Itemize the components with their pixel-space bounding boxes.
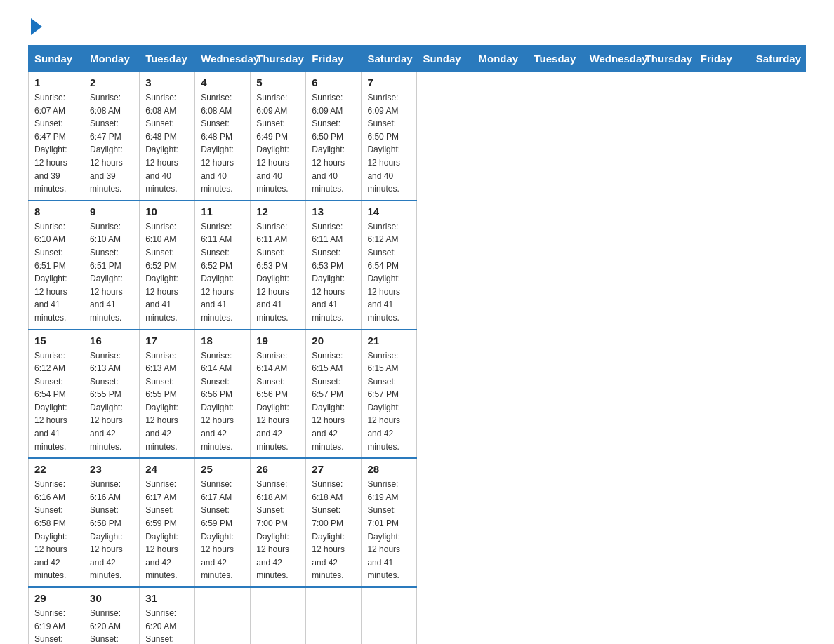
day-info: Sunrise: 6:18 AMSunset: 7:00 PMDaylight:…: [312, 478, 355, 582]
day-info: Sunrise: 6:17 AMSunset: 6:59 PMDaylight:…: [145, 478, 189, 582]
table-row: 12 Sunrise: 6:11 AMSunset: 6:53 PMDaylig…: [251, 201, 306, 330]
day-info: Sunrise: 6:11 AMSunset: 6:53 PMDaylight:…: [256, 220, 300, 325]
day-info: Sunrise: 6:07 AMSunset: 6:47 PMDaylight:…: [34, 91, 78, 196]
day-number: 22: [34, 463, 78, 475]
day-info: Sunrise: 6:16 AMSunset: 6:58 PMDaylight:…: [34, 478, 78, 582]
calendar-header-sunday: Sunday: [417, 46, 472, 72]
table-row: [306, 587, 362, 644]
day-number: 18: [201, 335, 244, 347]
calendar-header-saturday: Saturday: [362, 46, 417, 72]
day-info: Sunrise: 6:19 AMSunset: 7:01 PMDaylight:…: [34, 607, 78, 644]
day-number: 24: [145, 463, 189, 475]
table-row: 27 Sunrise: 6:18 AMSunset: 7:00 PMDaylig…: [306, 458, 362, 587]
day-number: 13: [312, 206, 355, 217]
day-info: Sunrise: 6:14 AMSunset: 6:56 PMDaylight:…: [256, 349, 300, 454]
day-number: 15: [34, 335, 78, 347]
day-number: 7: [367, 76, 411, 88]
calendar-header-tuesday: Tuesday: [140, 46, 195, 72]
day-number: 4: [201, 76, 244, 88]
table-row: 26 Sunrise: 6:18 AMSunset: 7:00 PMDaylig…: [251, 458, 306, 587]
day-number: 21: [367, 335, 411, 347]
day-number: 28: [367, 463, 411, 475]
table-row: 4 Sunrise: 6:08 AMSunset: 6:48 PMDayligh…: [195, 72, 251, 201]
day-info: Sunrise: 6:17 AMSunset: 6:59 PMDaylight:…: [201, 478, 244, 582]
table-row: 6 Sunrise: 6:09 AMSunset: 6:50 PMDayligh…: [306, 72, 362, 201]
table-row: 10 Sunrise: 6:10 AMSunset: 6:52 PMDaylig…: [140, 201, 195, 330]
day-number: 26: [256, 463, 300, 475]
day-number: 1: [34, 76, 78, 88]
table-row: 9 Sunrise: 6:10 AMSunset: 6:51 PMDayligh…: [84, 201, 140, 330]
table-row: 16 Sunrise: 6:13 AMSunset: 6:55 PMDaylig…: [84, 330, 140, 459]
day-info: Sunrise: 6:10 AMSunset: 6:52 PMDaylight:…: [145, 220, 189, 325]
day-info: Sunrise: 6:13 AMSunset: 6:55 PMDaylight:…: [90, 349, 133, 454]
day-number: 10: [145, 206, 189, 217]
table-row: 19 Sunrise: 6:14 AMSunset: 6:56 PMDaylig…: [251, 330, 306, 459]
table-row: 2 Sunrise: 6:08 AMSunset: 6:47 PMDayligh…: [84, 72, 140, 201]
calendar-header-thursday: Thursday: [639, 46, 694, 72]
table-row: 7 Sunrise: 6:09 AMSunset: 6:50 PMDayligh…: [362, 72, 417, 201]
calendar-table: SundayMondayTuesdayWednesdayThursdayFrid…: [28, 45, 806, 644]
day-info: Sunrise: 6:11 AMSunset: 6:52 PMDaylight:…: [201, 220, 244, 325]
day-number: 12: [256, 206, 300, 217]
day-number: 8: [34, 206, 78, 217]
table-row: 18 Sunrise: 6:14 AMSunset: 6:56 PMDaylig…: [195, 330, 251, 459]
day-info: Sunrise: 6:12 AMSunset: 6:54 PMDaylight:…: [367, 220, 411, 325]
day-info: Sunrise: 6:08 AMSunset: 6:48 PMDaylight:…: [145, 91, 189, 196]
day-info: Sunrise: 6:14 AMSunset: 6:56 PMDaylight:…: [201, 349, 244, 454]
table-row: [362, 587, 417, 644]
day-info: Sunrise: 6:12 AMSunset: 6:54 PMDaylight:…: [34, 349, 78, 454]
calendar-week-row: 15 Sunrise: 6:12 AMSunset: 6:54 PMDaylig…: [29, 330, 806, 459]
day-info: Sunrise: 6:13 AMSunset: 6:55 PMDaylight:…: [145, 349, 189, 454]
table-row: 24 Sunrise: 6:17 AMSunset: 6:59 PMDaylig…: [140, 458, 195, 587]
page-header: [28, 21, 806, 31]
table-row: 1 Sunrise: 6:07 AMSunset: 6:47 PMDayligh…: [29, 72, 84, 201]
table-row: [251, 587, 306, 644]
day-info: Sunrise: 6:11 AMSunset: 6:53 PMDaylight:…: [312, 220, 355, 325]
day-number: 17: [145, 335, 189, 347]
calendar-week-row: 8 Sunrise: 6:10 AMSunset: 6:51 PMDayligh…: [29, 201, 806, 330]
day-number: 23: [90, 463, 133, 475]
table-row: 25 Sunrise: 6:17 AMSunset: 6:59 PMDaylig…: [195, 458, 251, 587]
table-row: 22 Sunrise: 6:16 AMSunset: 6:58 PMDaylig…: [29, 458, 84, 587]
day-info: Sunrise: 6:20 AMSunset: 7:02 PMDaylight:…: [145, 607, 189, 644]
day-info: Sunrise: 6:15 AMSunset: 6:57 PMDaylight:…: [312, 349, 355, 454]
calendar-header-tuesday: Tuesday: [528, 46, 583, 72]
table-row: 17 Sunrise: 6:13 AMSunset: 6:55 PMDaylig…: [140, 330, 195, 459]
day-number: 3: [145, 76, 189, 88]
table-row: 14 Sunrise: 6:12 AMSunset: 6:54 PMDaylig…: [362, 201, 417, 330]
day-info: Sunrise: 6:08 AMSunset: 6:48 PMDaylight:…: [201, 91, 244, 196]
calendar-week-row: 22 Sunrise: 6:16 AMSunset: 6:58 PMDaylig…: [29, 458, 806, 587]
day-number: 20: [312, 335, 355, 347]
logo-arrow-icon: [31, 18, 42, 35]
day-info: Sunrise: 6:09 AMSunset: 6:50 PMDaylight:…: [312, 91, 355, 196]
table-row: 29 Sunrise: 6:19 AMSunset: 7:01 PMDaylig…: [29, 587, 84, 644]
table-row: 20 Sunrise: 6:15 AMSunset: 6:57 PMDaylig…: [306, 330, 362, 459]
day-number: 30: [90, 592, 133, 604]
table-row: [195, 587, 251, 644]
table-row: 5 Sunrise: 6:09 AMSunset: 6:49 PMDayligh…: [251, 72, 306, 201]
calendar-week-row: 1 Sunrise: 6:07 AMSunset: 6:47 PMDayligh…: [29, 72, 806, 201]
day-number: 9: [90, 206, 133, 217]
calendar-week-row: 29 Sunrise: 6:19 AMSunset: 7:01 PMDaylig…: [29, 587, 806, 644]
calendar-header-row: SundayMondayTuesdayWednesdayThursdayFrid…: [29, 46, 806, 72]
calendar-header-friday: Friday: [306, 46, 362, 72]
table-row: 3 Sunrise: 6:08 AMSunset: 6:48 PMDayligh…: [140, 72, 195, 201]
day-info: Sunrise: 6:08 AMSunset: 6:47 PMDaylight:…: [90, 91, 133, 196]
day-info: Sunrise: 6:20 AMSunset: 7:02 PMDaylight:…: [90, 607, 133, 644]
day-number: 25: [201, 463, 244, 475]
day-number: 14: [367, 206, 411, 217]
day-info: Sunrise: 6:19 AMSunset: 7:01 PMDaylight:…: [367, 478, 411, 582]
table-row: 13 Sunrise: 6:11 AMSunset: 6:53 PMDaylig…: [306, 201, 362, 330]
day-info: Sunrise: 6:18 AMSunset: 7:00 PMDaylight:…: [256, 478, 300, 582]
day-info: Sunrise: 6:15 AMSunset: 6:57 PMDaylight:…: [367, 349, 411, 454]
calendar-header-sunday: Sunday: [29, 46, 84, 72]
table-row: 15 Sunrise: 6:12 AMSunset: 6:54 PMDaylig…: [29, 330, 84, 459]
day-info: Sunrise: 6:16 AMSunset: 6:58 PMDaylight:…: [90, 478, 133, 582]
calendar-header-saturday: Saturday: [750, 46, 805, 72]
calendar-header-friday: Friday: [694, 46, 750, 72]
day-number: 16: [90, 335, 133, 347]
logo: [28, 21, 42, 31]
day-number: 31: [145, 592, 189, 604]
day-info: Sunrise: 6:09 AMSunset: 6:49 PMDaylight:…: [256, 91, 300, 196]
calendar-header-thursday: Thursday: [251, 46, 306, 72]
